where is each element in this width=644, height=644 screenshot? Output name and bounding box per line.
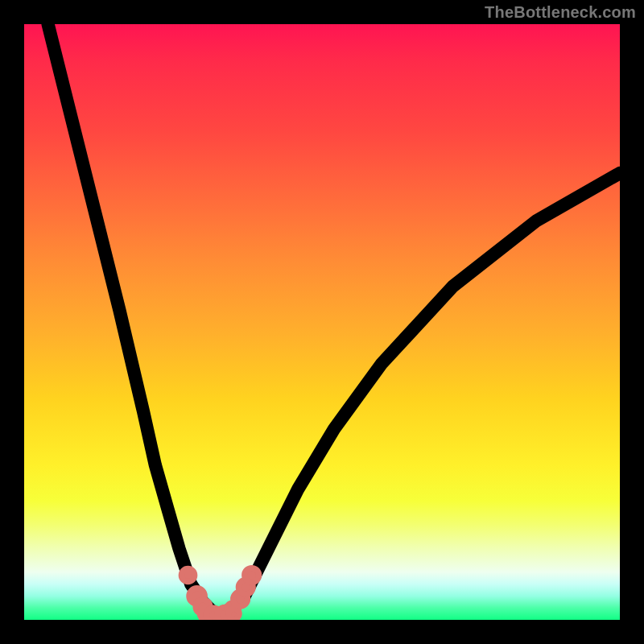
bottleneck-curve-right xyxy=(221,173,620,614)
curve-marker xyxy=(181,568,194,581)
curve-markers xyxy=(181,568,258,620)
chart-svg xyxy=(24,24,620,620)
plot-area xyxy=(24,24,620,620)
curve-marker xyxy=(229,609,239,619)
watermark-text: TheBottleneck.com xyxy=(485,3,636,22)
chart-frame: TheBottleneck.com xyxy=(0,0,644,644)
curve-marker xyxy=(245,568,259,583)
bottleneck-curve-left xyxy=(48,24,215,614)
